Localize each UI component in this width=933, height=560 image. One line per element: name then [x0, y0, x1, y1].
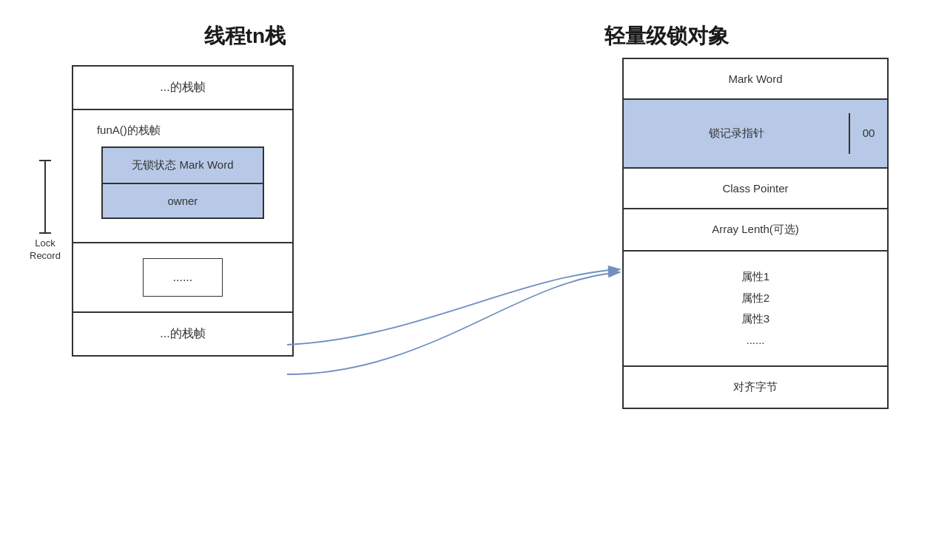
titles-row: 线程tn栈 轻量级锁对象: [0, 0, 933, 50]
obj-class-pointer: Class Pointer: [624, 169, 887, 209]
lock-record-text: LockRecord: [30, 237, 61, 263]
obj-prop-dots: ......: [624, 330, 887, 351]
obj-lock-pointer: 锁记录指针: [624, 113, 850, 154]
funA-label: funA()的栈帧: [97, 124, 161, 138]
stack-bottom-frame: ...的栈帧: [73, 313, 292, 355]
left-title: 线程tn栈: [204, 22, 286, 50]
stack-dots-frame: ......: [73, 243, 292, 313]
stack-mark-word: 无锁状态 Mark Word: [103, 148, 263, 184]
lock-record-box: 无锁状态 Mark Word owner: [101, 146, 264, 219]
obj-mark-word: Mark Word: [624, 59, 887, 100]
arrow-markword-to-lock: [287, 269, 620, 345]
stack-top-frame: ...的栈帧: [73, 67, 292, 110]
obj-prop2: 属性2: [624, 288, 887, 309]
dots-inner-box: ......: [143, 258, 223, 297]
obj-padding: 对齐字节: [624, 367, 887, 408]
bracket-line: [44, 161, 46, 232]
obj-properties: 属性1 属性2 属性3 ......: [624, 252, 887, 367]
obj-prop3: 属性3: [624, 308, 887, 330]
stack-box: ...的栈帧 funA()的栈帧 无锁状态 Mark Word owner ..…: [72, 65, 294, 357]
diagram-container: 线程tn栈 轻量级锁对象 LockRecord ...的栈帧 funA()的栈帧…: [0, 0, 933, 560]
stack-owner: owner: [103, 184, 263, 217]
right-title: 轻量级锁对象: [604, 22, 729, 50]
arrow-owner-to-lock: [287, 272, 620, 374]
main-content: LockRecord ...的栈帧 funA()的栈帧 无锁状态 Mark Wo…: [0, 50, 933, 560]
stack-funA-frame: funA()的栈帧 无锁状态 Mark Word owner: [73, 110, 292, 243]
object-box: Mark Word 锁记录指针 00 Class Pointer Array L…: [622, 58, 889, 409]
obj-lock-bits: 00: [850, 113, 887, 154]
right-section: Mark Word 锁记录指针 00 Class Pointer Array L…: [622, 58, 889, 409]
obj-lock-row: 锁记录指针 00: [624, 100, 887, 169]
obj-array-length: Array Lenth(可选): [624, 209, 887, 252]
lock-record-label: LockRecord: [30, 160, 61, 263]
obj-prop1: 属性1: [624, 266, 887, 288]
bracket-bottom: [39, 232, 51, 234]
left-section: LockRecord ...的栈帧 funA()的栈帧 无锁状态 Mark Wo…: [30, 65, 294, 357]
